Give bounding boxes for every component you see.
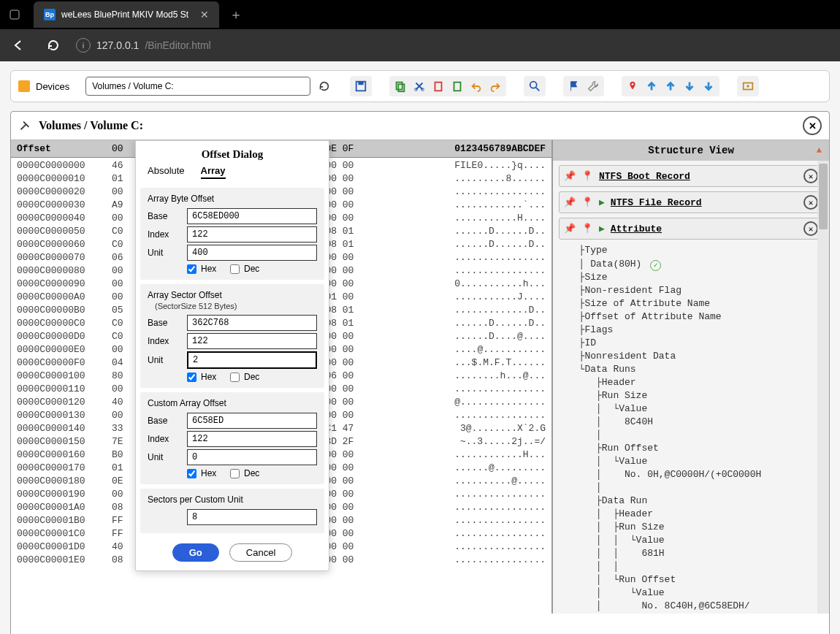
app-toolbar: Devices Volumes / Volume C: [10,70,830,102]
cut-icon[interactable] [411,78,427,94]
sector-dec-checkbox[interactable] [230,373,240,382]
settings-icon[interactable] [740,78,756,94]
arrow-down2-icon[interactable] [700,78,717,94]
paste-icon[interactable] [430,78,446,94]
section-title: Sectors per Custom Unit [148,494,317,505]
pin-icon: 📌 [564,223,576,234]
svg-rect-8 [454,83,461,91]
svg-rect-0 [10,10,19,19]
byte-base-input[interactable] [187,208,317,224]
section-title: Array Sector Offset [148,290,317,300]
copy-icon[interactable] [392,78,408,94]
sector-base-input[interactable] [187,315,317,331]
close-icon[interactable]: ✕ [803,221,818,236]
byte-hex-checkbox[interactable] [187,264,196,274]
arrow-up-icon[interactable] [644,78,660,94]
paste-special-icon[interactable] [449,78,465,94]
custom-hex-checkbox[interactable] [187,469,196,478]
close-icon[interactable]: ✕ [803,195,818,210]
byte-unit-input[interactable] [187,245,317,261]
wrench-icon[interactable] [585,78,601,94]
url-host: 127.0.0.1 [96,39,139,51]
custom-unit-input[interactable] [187,449,317,465]
pin-icon: 📌 [564,196,576,208]
redo-icon[interactable] [487,78,503,94]
section-sectors-per-unit: Sectors per Custom Unit [140,489,324,533]
window-menu-icon[interactable] [0,0,29,29]
dialog-tabs: Absolute Array [136,165,329,183]
hex-pane: Offset 00 0C 0D 0E 0F 0123456789ABCDEF 0… [11,140,553,614]
panel-header: Volumes / Volume C: ✕ [11,112,829,140]
cancel-button[interactable]: Cancel [229,543,292,562]
section-subtitle: (SectorSize 512 Bytes) [155,302,317,310]
reload-button[interactable] [41,33,66,58]
path-input[interactable]: Volumes / Volume C: [85,77,310,96]
panel-title: Volumes / Volume C: [39,119,143,132]
location-icon: 📍 [581,170,593,182]
location-icon: 📍 [581,196,593,208]
scrollbar-thumb[interactable] [819,164,828,229]
svg-point-10 [632,83,634,85]
info-icon[interactable]: i [76,38,91,53]
go-button[interactable]: Go [172,543,219,562]
undo-icon[interactable] [468,78,484,94]
section-title: Array Byte Offset [148,194,317,204]
svg-point-9 [530,82,537,88]
close-icon[interactable]: ✕ [803,169,818,183]
play-icon: ▶ [599,196,605,208]
devices-label: Devices [36,81,69,92]
hex-last-row[interactable]: 0000C00001F0 31 01 FF FF 0B 31 01 26 00 … [11,614,829,634]
arrow-up2-icon[interactable] [663,78,679,94]
record-ntfs-file[interactable]: 📌 📍 ▶ NTFS File Record ✕ [559,191,823,213]
location-icon: 📍 [581,223,593,234]
section-sector-offset: Array Sector Offset (SectorSize 512 Byte… [140,284,324,388]
back-button[interactable] [6,33,31,58]
scrollbar[interactable] [817,161,829,614]
favicon-icon: Bp [44,9,56,20]
collapse-icon[interactable]: ▲ [817,145,822,156]
structure-header: Structure View ▲ [553,140,829,161]
hdr-offset: Offset [17,143,112,154]
record-ntfs-boot[interactable]: 📌 📍 NTFS Boot Record ✕ [559,165,823,187]
tab-title: weLees BluePrint MKIV Mod5 St [61,9,188,20]
structure-tree[interactable]: ├Type │ Data(80H) ✓ ├Size ├Non-resident … [553,244,829,614]
editor-panel: Volumes / Volume C: ✕ Offset 00 0C 0D 0E… [10,111,830,634]
arrow-down-icon[interactable] [681,78,698,94]
browser-tab[interactable]: Bp weLees BluePrint MKIV Mod5 St ✕ [34,1,219,28]
refresh-icon[interactable] [316,78,332,94]
url-display[interactable]: i 127.0.0.1/BinEditor.html [76,38,211,53]
section-custom-offset: Custom Array Offset Base Index Unit Hex … [140,392,324,484]
svg-rect-3 [397,83,402,90]
save-icon[interactable] [353,78,369,94]
svg-rect-4 [399,84,405,91]
sectors-per-unit-input[interactable] [187,509,317,525]
url-path: /BinEditor.html [145,39,210,51]
section-byte-offset: Array Byte Offset Base Index Unit Hex De… [140,188,324,280]
custom-index-input[interactable] [187,431,317,447]
section-title: Custom Array Offset [148,398,317,408]
play-icon: ▶ [599,223,605,234]
record-attribute[interactable]: 📌 📍 ▶ Attribute ✕ [559,218,823,240]
svg-rect-7 [435,83,442,91]
panel-close-button[interactable]: ✕ [803,116,822,135]
custom-base-input[interactable] [187,413,317,429]
hdr-ascii: 0123456789ABCDEF [454,143,546,154]
browser-addressbar: i 127.0.0.1/BinEditor.html [0,29,840,61]
sector-unit-input[interactable] [187,351,317,369]
close-tab-icon[interactable]: ✕ [200,9,209,20]
tools-icon [18,119,31,132]
devices-icon [18,80,30,92]
byte-index-input[interactable] [187,226,317,242]
sector-hex-checkbox[interactable] [187,373,196,382]
svg-point-12 [747,85,749,88]
tab-array[interactable]: Array [201,165,226,179]
pin-red-icon[interactable] [625,78,641,94]
tab-absolute[interactable]: Absolute [148,165,185,179]
custom-dec-checkbox[interactable] [230,469,240,478]
sector-index-input[interactable] [187,333,317,349]
new-tab-button[interactable]: ＋ [229,6,243,23]
search-icon[interactable] [527,78,543,94]
flag-icon[interactable] [566,78,582,94]
byte-dec-checkbox[interactable] [230,264,240,274]
svg-rect-2 [359,82,364,85]
